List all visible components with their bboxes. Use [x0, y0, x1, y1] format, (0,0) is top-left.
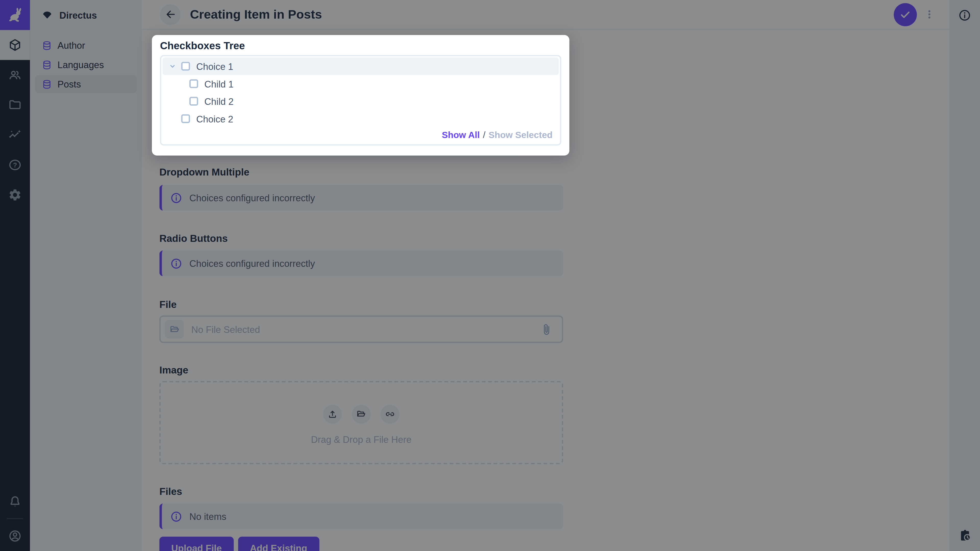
checkbox[interactable] — [189, 97, 198, 106]
checkbox[interactable] — [181, 114, 190, 123]
chevron-down-icon[interactable] — [169, 62, 176, 70]
dialog-title: Checkboxes Tree — [160, 40, 561, 51]
tree-item-label: Child 2 — [204, 96, 234, 106]
checkboxes-tree-dialog: Checkboxes Tree Choice 1 Child 1 Child 2 — [152, 35, 570, 156]
tree-item-label: Choice 2 — [196, 113, 233, 124]
checkbox[interactable] — [181, 62, 190, 70]
show-selected-link[interactable]: Show Selected — [488, 130, 552, 140]
tree-item-label: Child 1 — [204, 78, 234, 89]
tree-footer: Show All/Show Selected — [442, 130, 552, 140]
tree-row-choice-1[interactable]: Choice 1 — [162, 57, 559, 75]
footer-separator: / — [483, 130, 485, 140]
tree-row-child-1[interactable]: Child 1 — [162, 75, 559, 93]
checkbox[interactable] — [189, 79, 198, 88]
tree-row-choice-2[interactable]: Choice 2 — [162, 110, 559, 127]
show-all-link[interactable]: Show All — [442, 130, 480, 140]
app-window: ? Directus — [0, 0, 980, 551]
tree-row-child-2[interactable]: Child 2 — [162, 92, 559, 110]
tree-item-label: Choice 1 — [196, 61, 233, 72]
checkboxes-tree: Choice 1 Child 1 Child 2 Choice 2 Show A… — [160, 55, 561, 146]
